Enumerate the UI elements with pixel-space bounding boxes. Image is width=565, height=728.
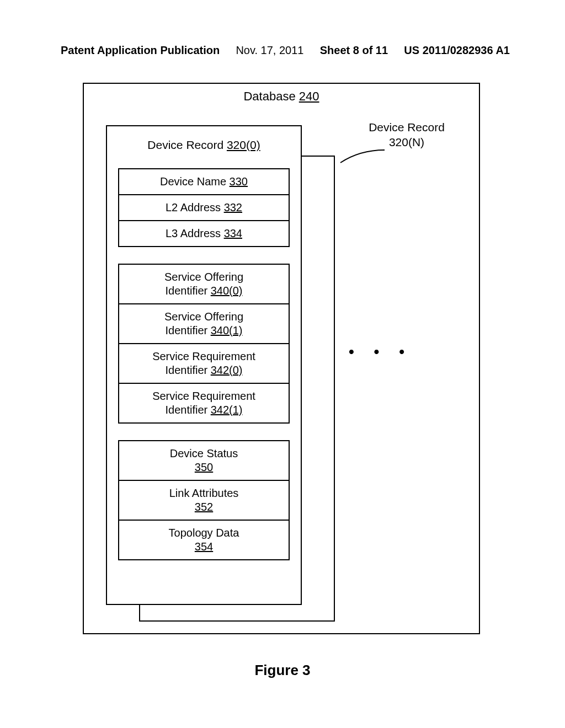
field-label: Device Name <box>160 175 226 188</box>
field-ref: 330 <box>230 175 248 188</box>
field-sublabel: Identifier <box>165 285 210 297</box>
database-title-ref: 240 <box>299 89 319 103</box>
device-record-0-box: Device Record 320(0) Device Name 330 L2 … <box>106 125 302 605</box>
field-ref: 350 <box>195 461 213 473</box>
field-label: L2 Address <box>166 201 221 213</box>
page-header: Patent Application Publication Nov. 17, … <box>61 44 510 57</box>
database-title-text: Database <box>243 89 295 103</box>
field-service-requirement-0: Service Requirement Identifier 342(0) <box>119 343 289 383</box>
field-label: Service Offering <box>164 271 243 283</box>
device-record-0-title: Device Record 320(0) <box>107 126 301 168</box>
field-group-2: Service Offering Identifier 340(0) Servi… <box>118 264 290 424</box>
device-record-n-label: Device Record 320(N) <box>349 120 465 150</box>
field-link-attributes: Link Attributes 352 <box>119 480 289 520</box>
database-title: Database 240 <box>84 89 479 104</box>
field-ref: 340(0) <box>211 285 243 297</box>
sheet-number: Sheet 8 of 11 <box>320 44 388 57</box>
field-label: Device Status <box>170 447 238 459</box>
field-label: Service Requirement <box>152 390 255 402</box>
field-ref: 352 <box>195 501 213 513</box>
field-sublabel: Identifier <box>165 324 210 336</box>
field-ref: 340(1) <box>211 324 243 336</box>
publication-number: US 2011/0282936 A1 <box>404 44 510 57</box>
field-group-3: Device Status 350 Link Attributes 352 To… <box>118 440 290 560</box>
device-record-0-title-text: Device Record <box>147 138 223 151</box>
device-record-n-ref: 320(N) <box>389 136 424 148</box>
field-label: Service Offering <box>164 311 243 323</box>
field-l3-address: L3 Address 334 <box>119 220 289 246</box>
field-device-name: Device Name 330 <box>119 169 289 194</box>
field-service-requirement-1: Service Requirement Identifier 342(1) <box>119 383 289 422</box>
database-box: Database 240 Device Record 320(N) Device… <box>83 83 480 634</box>
field-label: Topology Data <box>169 527 239 539</box>
field-label: L3 Address <box>166 227 221 239</box>
device-record-n-text: Device Record <box>369 121 445 133</box>
field-device-status: Device Status 350 <box>119 441 289 480</box>
field-service-offering-1: Service Offering Identifier 340(1) <box>119 303 289 343</box>
field-topology-data: Topology Data 354 <box>119 520 289 559</box>
figure-area: Database 240 Device Record 320(N) Device… <box>83 83 480 634</box>
field-group-1: Device Name 330 L2 Address 332 L3 Addres… <box>118 168 290 247</box>
publication-type: Patent Application Publication <box>61 44 220 57</box>
field-ref: 342(1) <box>211 404 243 416</box>
publication-date: Nov. 17, 2011 <box>236 44 303 57</box>
field-sublabel: Identifier <box>165 404 210 416</box>
field-ref: 334 <box>224 227 242 239</box>
field-l2-address: L2 Address 332 <box>119 194 289 220</box>
field-ref: 354 <box>195 540 213 553</box>
field-ref: 342(0) <box>211 364 243 376</box>
field-ref: 332 <box>224 201 242 213</box>
field-sublabel: Identifier <box>165 364 210 376</box>
field-service-offering-0: Service Offering Identifier 340(0) <box>119 265 289 303</box>
device-record-0-title-ref: 320(0) <box>227 138 260 151</box>
figure-caption: Figure 3 <box>0 662 565 679</box>
field-label: Link Attributes <box>169 487 239 499</box>
ellipsis-icon: • • • <box>349 343 412 361</box>
field-label: Service Requirement <box>152 350 255 362</box>
leader-line <box>338 149 387 165</box>
